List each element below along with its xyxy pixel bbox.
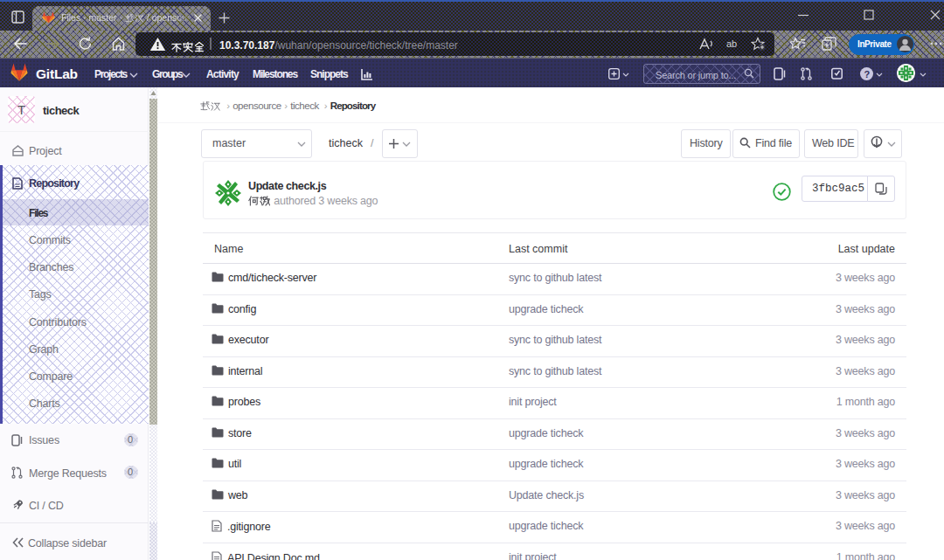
svg-text:ab: ab — [726, 38, 737, 49]
